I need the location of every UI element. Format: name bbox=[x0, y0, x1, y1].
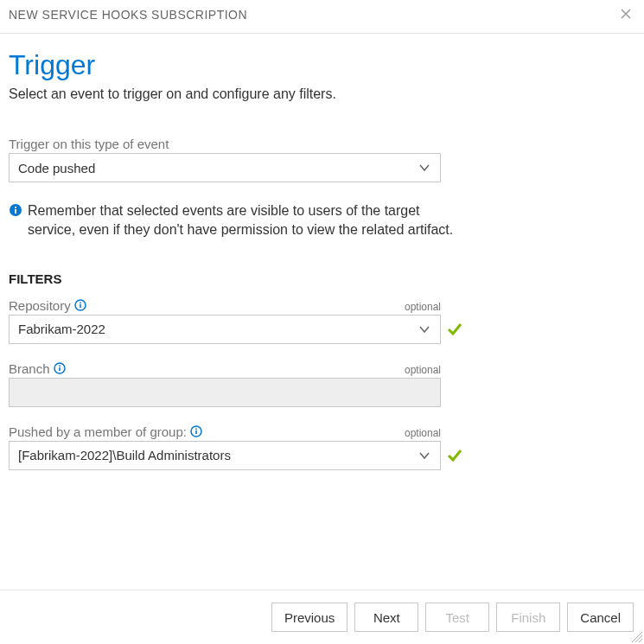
repository-label-text: Repository bbox=[9, 298, 71, 313]
svg-rect-8 bbox=[59, 366, 61, 367]
dialog-title: NEW SERVICE HOOKS SUBSCRIPTION bbox=[9, 8, 247, 22]
close-icon bbox=[620, 8, 632, 20]
content-area: Trigger Select an event to trigger on an… bbox=[0, 34, 644, 590]
cancel-button[interactable]: Cancel bbox=[567, 603, 634, 632]
chevron-down-icon bbox=[418, 322, 431, 336]
branch-label-text: Branch bbox=[9, 361, 50, 376]
dialog-container: NEW SERVICE HOOKS SUBSCRIPTION Trigger S… bbox=[0, 0, 644, 644]
repository-label: Repository bbox=[9, 298, 86, 313]
group-optional: optional bbox=[405, 427, 441, 439]
svg-rect-4 bbox=[80, 304, 81, 308]
svg-rect-5 bbox=[80, 303, 81, 304]
repository-select-value: Fabrikam-2022 bbox=[18, 322, 105, 336]
group-select[interactable]: [Fabrikam-2022]\Build Administrators bbox=[9, 441, 441, 470]
page-title: Trigger bbox=[9, 49, 635, 81]
repository-select[interactable]: Fabrikam-2022 bbox=[9, 315, 441, 344]
chevron-down-icon bbox=[418, 449, 431, 462]
branch-label: Branch bbox=[9, 361, 66, 376]
svg-rect-2 bbox=[15, 207, 16, 208]
svg-rect-7 bbox=[59, 367, 61, 371]
group-select-value: [Fabrikam-2022]\Build Administrators bbox=[18, 448, 231, 462]
info-icon[interactable] bbox=[74, 299, 86, 311]
group-filter: Pushed by a member of group: optional [F… bbox=[9, 424, 635, 470]
info-icon[interactable] bbox=[190, 425, 202, 437]
event-select-value: Code pushed bbox=[18, 161, 95, 175]
event-note-text: Remember that selected events are visibl… bbox=[28, 201, 458, 240]
test-button: Test bbox=[425, 603, 489, 632]
check-icon bbox=[446, 321, 463, 338]
svg-rect-11 bbox=[195, 429, 197, 430]
repository-filter: Repository optional Fabrikam-2022 bbox=[9, 298, 635, 344]
svg-rect-1 bbox=[15, 209, 16, 214]
event-field: Trigger on this type of event Code pushe… bbox=[9, 137, 635, 182]
group-label: Pushed by a member of group: bbox=[9, 424, 202, 439]
group-label-text: Pushed by a member of group: bbox=[9, 424, 187, 439]
footer: Previous Next Test Finish Cancel bbox=[0, 590, 644, 644]
page-subtitle: Select an event to trigger on and config… bbox=[9, 86, 635, 102]
finish-button: Finish bbox=[496, 603, 560, 632]
branch-optional: optional bbox=[405, 364, 441, 376]
filters-heading: FILTERS bbox=[9, 271, 635, 286]
event-label: Trigger on this type of event bbox=[9, 137, 635, 151]
info-icon bbox=[9, 201, 22, 220]
svg-rect-10 bbox=[195, 430, 197, 434]
event-select[interactable]: Code pushed bbox=[9, 153, 441, 182]
branch-select[interactable] bbox=[9, 378, 441, 407]
resize-grip-icon[interactable] bbox=[630, 630, 644, 644]
previous-button[interactable]: Previous bbox=[271, 603, 348, 632]
branch-filter: Branch optional bbox=[9, 361, 635, 407]
info-icon[interactable] bbox=[54, 362, 66, 374]
repository-optional: optional bbox=[405, 301, 441, 313]
close-button[interactable] bbox=[616, 5, 635, 24]
check-icon bbox=[446, 447, 463, 464]
chevron-down-icon bbox=[418, 161, 431, 175]
next-button[interactable]: Next bbox=[354, 603, 418, 632]
event-note-row: Remember that selected events are visibl… bbox=[9, 201, 458, 240]
titlebar: NEW SERVICE HOOKS SUBSCRIPTION bbox=[0, 0, 644, 34]
